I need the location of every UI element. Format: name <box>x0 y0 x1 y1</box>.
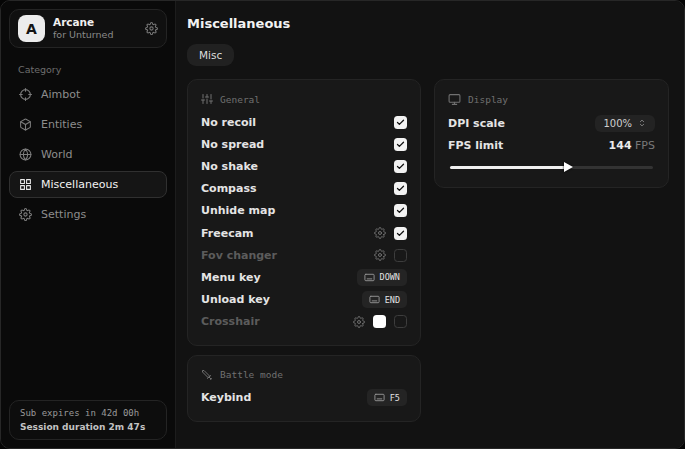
row-controls <box>374 227 407 240</box>
row-controls: END <box>362 291 407 308</box>
sidebar-item-label: Entities <box>41 118 82 131</box>
unhide-map-label: Unhide map <box>201 204 275 217</box>
row-controls <box>394 160 407 173</box>
row-controls: F5 <box>367 389 407 406</box>
box-icon <box>19 118 32 131</box>
app-name: Arcane <box>53 16 113 29</box>
menu-key-label: Menu key <box>201 271 261 284</box>
row-controls <box>374 249 407 262</box>
sidebar-item-label: Miscellaneous <box>41 178 118 191</box>
gear-icon[interactable] <box>374 249 386 261</box>
unhide-map-row: Unhide map <box>201 200 407 222</box>
chevrons-up-down-icon <box>637 118 647 128</box>
menu-key-row: Menu keyDOWN <box>201 266 407 288</box>
keybind-value: END <box>385 295 400 305</box>
sidebar-item-label: World <box>41 148 73 161</box>
row-controls <box>394 182 407 195</box>
gear-icon[interactable] <box>145 22 158 35</box>
keyboard-icon <box>369 294 380 305</box>
dpi-scale-label: DPI scale <box>448 117 505 130</box>
crosshair-row: Crosshair <box>201 311 407 333</box>
sidebar-item-settings[interactable]: Settings <box>9 201 167 228</box>
keybind-value: F5 <box>390 393 400 403</box>
row-controls: DOWN <box>357 269 407 286</box>
keybind-keybind-button[interactable]: F5 <box>367 389 407 406</box>
no-shake-label: No shake <box>201 160 258 173</box>
fov-changer-row: Fov changer <box>201 244 407 266</box>
no-shake-checkbox[interactable] <box>394 160 407 173</box>
no-recoil-label: No recoil <box>201 116 256 129</box>
no-recoil-checkbox[interactable] <box>394 116 407 129</box>
app-header: A Arcane for Unturned <box>9 9 167 48</box>
general-panel-header: General <box>201 93 407 105</box>
sidebar: A Arcane for Unturned Category AimbotEnt… <box>1 1 176 448</box>
battle-mode-panel: Battle mode KeybindF5 <box>187 355 421 422</box>
grid-icon <box>19 178 32 191</box>
freecam-checkbox[interactable] <box>394 227 407 240</box>
sidebar-item-entities[interactable]: Entities <box>9 111 167 138</box>
right-column: Display DPI scale 100% FPS limit 144 <box>434 79 669 188</box>
fps-limit-label: FPS limit <box>448 139 503 152</box>
keyboard-icon <box>374 392 385 403</box>
main-area: Miscellaneous Misc General No recoilNo s… <box>176 1 684 448</box>
battle-panel-header: Battle mode <box>201 369 407 381</box>
globe-icon <box>19 148 32 161</box>
sidebar-item-miscellaneous[interactable]: Miscellaneous <box>9 171 167 198</box>
category-label: Category <box>18 64 158 75</box>
row-controls <box>394 204 407 217</box>
session-duration-text: Session duration 2m 47s <box>20 422 156 432</box>
dpi-scale-row: DPI scale 100% <box>448 112 655 134</box>
fov-changer-label: Fov changer <box>201 249 277 262</box>
app-logo: A <box>18 15 45 42</box>
app-subtitle: for Unturned <box>53 29 113 41</box>
no-spread-row: No spread <box>201 133 407 155</box>
keyboard-icon <box>364 272 375 283</box>
compass-checkbox[interactable] <box>394 182 407 195</box>
no-spread-checkbox[interactable] <box>394 138 407 151</box>
row-controls <box>394 116 407 129</box>
sword-icon <box>201 369 213 381</box>
crosshair-label: Crosshair <box>201 315 260 328</box>
sidebar-item-aimbot[interactable]: Aimbot <box>9 81 167 108</box>
crosshair-color-swatch[interactable] <box>373 315 386 328</box>
gear-icon <box>19 208 32 221</box>
general-panel: General No recoilNo spreadNo shakeCompas… <box>187 79 421 346</box>
subscription-info: Sub expires in 42d 00h Session duration … <box>9 400 167 440</box>
monitor-icon <box>448 93 461 106</box>
sidebar-item-label: Aimbot <box>41 88 80 101</box>
app-window: A Arcane for Unturned Category AimbotEnt… <box>0 0 685 449</box>
page-title: Miscellaneous <box>187 16 669 31</box>
fps-limit-value: 144 FPS <box>609 139 655 152</box>
sidebar-item-label: Settings <box>41 208 86 221</box>
slider-thumb[interactable] <box>564 162 573 172</box>
tab-bar: Misc <box>187 44 669 66</box>
freecam-label: Freecam <box>201 227 254 240</box>
tab-misc[interactable]: Misc <box>187 44 234 66</box>
gear-icon[interactable] <box>374 227 386 239</box>
freecam-row: Freecam <box>201 222 407 244</box>
crosshair-icon <box>19 88 32 101</box>
row-controls <box>394 138 407 151</box>
keybind-label: Keybind <box>201 391 251 404</box>
display-panel: Display DPI scale 100% FPS limit 144 <box>434 79 669 188</box>
compass-row: Compass <box>201 178 407 200</box>
general-rows: No recoilNo spreadNo shakeCompassUnhide … <box>201 111 407 333</box>
unhide-map-checkbox[interactable] <box>394 204 407 217</box>
battle-rows: KeybindF5 <box>201 387 407 409</box>
fov-changer-checkbox[interactable] <box>394 249 407 262</box>
row-controls <box>353 315 407 328</box>
no-spread-label: No spread <box>201 138 264 151</box>
display-panel-title: Display <box>468 94 508 105</box>
dpi-scale-select[interactable]: 100% <box>595 115 655 132</box>
sidebar-item-world[interactable]: World <box>9 141 167 168</box>
compass-label: Compass <box>201 182 256 195</box>
menu-key-keybind-button[interactable]: DOWN <box>357 269 407 286</box>
unload-key-label: Unload key <box>201 293 270 306</box>
gear-icon[interactable] <box>353 316 365 328</box>
no-shake-row: No shake <box>201 155 407 177</box>
fps-limit-slider[interactable] <box>450 166 653 169</box>
crosshair-checkbox[interactable] <box>394 315 407 328</box>
sliders-icon <box>201 93 213 105</box>
unload-key-row: Unload keyEND <box>201 289 407 311</box>
unload-key-keybind-button[interactable]: END <box>362 291 407 308</box>
